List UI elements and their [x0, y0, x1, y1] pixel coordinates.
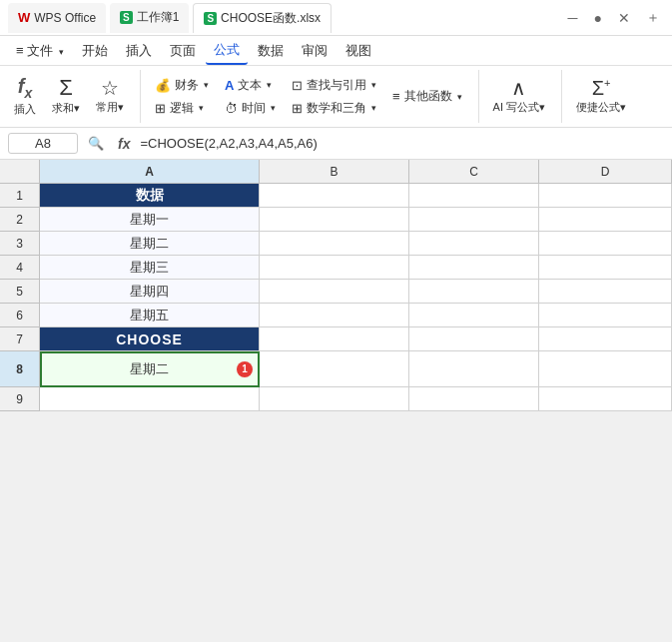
cell-b4[interactable]	[260, 256, 409, 280]
title-bar: W WPS Office S 工作簿1 S CHOOSE函数.xlsx ─ ● …	[0, 0, 672, 36]
cell-d6[interactable]	[539, 304, 672, 327]
table-row: 6 星期五	[0, 304, 672, 327]
fn-types-mid-row: A 文本▾ ⏱ 时间▾	[219, 75, 282, 119]
wps-logo-icon: W	[18, 10, 30, 25]
table-row: 9	[0, 387, 672, 411]
quick-icon: Σ+	[592, 78, 611, 98]
menu-review[interactable]: 审阅	[294, 38, 336, 64]
cell-b7[interactable]	[260, 327, 409, 351]
cell-b9[interactable]	[260, 387, 409, 411]
cell-b6[interactable]	[260, 304, 409, 327]
math-button[interactable]: ⊞ 数学和三角▾	[286, 98, 382, 119]
row-num-6: 6	[0, 304, 40, 327]
cell-b1[interactable]	[260, 184, 409, 208]
cell-d4[interactable]	[539, 256, 672, 280]
minimize-icon[interactable]: ─	[564, 8, 582, 28]
lookup-button[interactable]: ⊡ 查找与引用▾	[286, 75, 382, 96]
logic-icon: ⊞	[155, 101, 166, 116]
tab-wps[interactable]: W WPS Office	[8, 3, 106, 33]
choose-file-icon: S	[204, 12, 217, 25]
cell-a5[interactable]: 星期四	[40, 280, 260, 304]
cell-b2[interactable]	[260, 208, 409, 232]
cell-a6[interactable]: 星期五	[40, 304, 260, 327]
cell-b5[interactable]	[260, 280, 409, 304]
time-button[interactable]: ⏱ 时间▾	[219, 98, 282, 119]
row-num-2: 2	[0, 208, 40, 232]
cell-c7[interactable]	[409, 327, 539, 351]
cell-c3[interactable]	[409, 232, 539, 256]
row-num-3: 3	[0, 232, 40, 256]
cell-d7[interactable]	[539, 327, 672, 351]
sigma-icon: Σ	[59, 77, 73, 99]
text-icon: A	[225, 78, 234, 93]
other-button[interactable]: ≡ 其他函数▾	[386, 86, 468, 107]
menu-file[interactable]: ≡ 文件 ▾	[8, 38, 72, 64]
menu-data[interactable]: 数据	[250, 38, 292, 64]
cell-d2[interactable]	[539, 208, 672, 232]
ai-formula-button[interactable]: ∧ AI 写公式▾	[487, 74, 551, 119]
cell-a9[interactable]	[40, 387, 260, 411]
lookup-label: 查找与引用	[307, 77, 366, 94]
menu-view[interactable]: 视图	[337, 38, 379, 64]
cell-d1[interactable]	[539, 184, 672, 208]
quick-formula-button[interactable]: Σ+ 便捷公式▾	[570, 74, 632, 119]
common-button[interactable]: ☆ 常用▾	[90, 74, 130, 119]
cell-a8[interactable]: 星期二 1	[40, 351, 260, 387]
tab-choose-file[interactable]: S CHOOSE函数.xlsx	[193, 3, 332, 33]
sum-button[interactable]: Σ 求和▾	[46, 73, 86, 120]
menu-insert[interactable]: 插入	[118, 38, 160, 64]
fn-types-other: ≡ 其他函数▾	[386, 86, 468, 107]
ribbon-group-quick: Σ+ 便捷公式▾	[570, 70, 642, 123]
finance-label: 财务	[175, 77, 199, 94]
formula-input[interactable]	[140, 136, 664, 151]
cell-b8[interactable]	[260, 351, 409, 387]
cell-c9[interactable]	[409, 387, 539, 411]
col-header-d[interactable]: D	[539, 160, 672, 184]
col-header-a[interactable]: A	[40, 160, 260, 184]
column-headers: A B C D	[0, 160, 672, 184]
menu-bar: ≡ 文件 ▾ 开始 插入 页面 公式 数据 审阅 视图	[0, 36, 672, 66]
logic-button[interactable]: ⊞ 逻辑▾	[149, 98, 215, 119]
menu-start[interactable]: 开始	[74, 38, 116, 64]
finance-icon: 💰	[155, 78, 171, 93]
cell-d3[interactable]	[539, 232, 672, 256]
ai-icon: ∧	[511, 78, 526, 98]
table-row: 8 星期二 1	[0, 351, 672, 387]
zoom-search-icon[interactable]: 🔍	[84, 134, 108, 153]
cell-c2[interactable]	[409, 208, 539, 232]
close-icon[interactable]: ✕	[614, 8, 634, 28]
cell-reference-input[interactable]: A8	[8, 133, 78, 154]
cell-d5[interactable]	[539, 280, 672, 304]
tab-workbook[interactable]: S 工作簿1	[110, 3, 189, 33]
cell-a7[interactable]: CHOOSE	[40, 327, 260, 351]
table-row: 2 星期一	[0, 208, 672, 232]
cell-a2[interactable]: 星期一	[40, 208, 260, 232]
col-header-b[interactable]: B	[260, 160, 409, 184]
cell-badge: 1	[237, 361, 253, 377]
text-label: 文本	[238, 77, 262, 94]
text-button[interactable]: A 文本▾	[219, 75, 282, 96]
cell-c6[interactable]	[409, 304, 539, 327]
finance-button[interactable]: 💰 财务▾	[149, 75, 215, 96]
cell-c1[interactable]	[409, 184, 539, 208]
cell-a1[interactable]: 数据	[40, 184, 260, 208]
cell-a3[interactable]: 星期二	[40, 232, 260, 256]
new-tab-icon[interactable]: ＋	[642, 7, 664, 29]
cell-a4[interactable]: 星期三	[40, 256, 260, 280]
formula-bar: A8 🔍 fx	[0, 128, 672, 160]
menu-formula[interactable]: 公式	[206, 37, 248, 65]
fn-types-right-col: ⊡ 查找与引用▾ ⊞ 数学和三角▾	[286, 75, 382, 119]
cell-c8[interactable]	[409, 351, 539, 387]
table-row: 1 数据	[0, 184, 672, 208]
cell-c5[interactable]	[409, 280, 539, 304]
cell-b3[interactable]	[260, 232, 409, 256]
maximize-icon[interactable]: ●	[590, 8, 606, 28]
menu-page[interactable]: 页面	[162, 38, 204, 64]
insert-function-button[interactable]: fx 插入	[8, 72, 42, 121]
col-header-c[interactable]: C	[409, 160, 539, 184]
row-corner	[0, 160, 40, 184]
cell-d9[interactable]	[539, 387, 672, 411]
cell-d8[interactable]	[539, 351, 672, 387]
tab-choose-label: CHOOSE函数.xlsx	[221, 10, 321, 27]
cell-c4[interactable]	[409, 256, 539, 280]
